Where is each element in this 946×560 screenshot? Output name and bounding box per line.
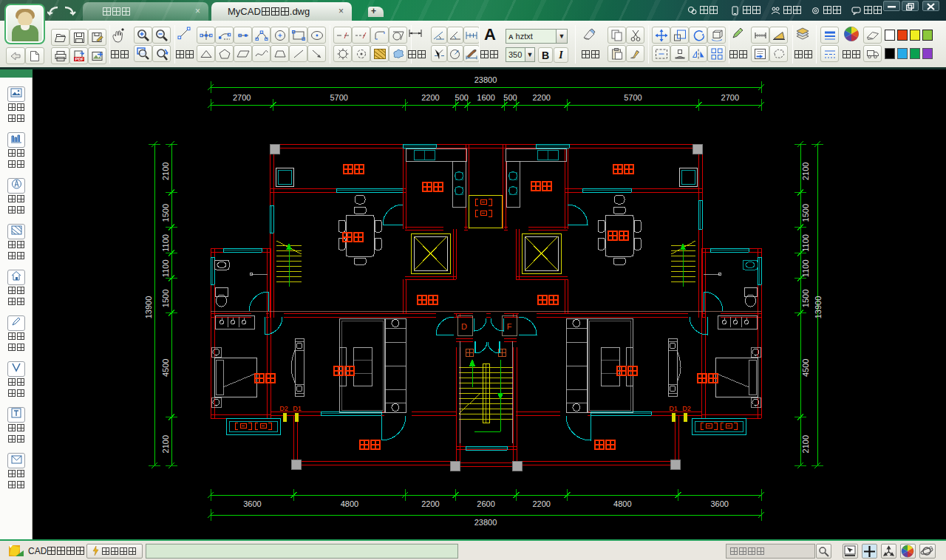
svg-text:13900: 13900 (144, 296, 153, 319)
svg-text:23800: 23800 (474, 518, 497, 527)
svg-text:1500: 1500 (801, 204, 810, 222)
svg-text:4800: 4800 (613, 499, 631, 508)
svg-text:5700: 5700 (330, 93, 348, 102)
svg-text:D2: D2 (682, 405, 691, 412)
svg-text:1500: 1500 (801, 290, 810, 307)
svg-text:500: 500 (503, 93, 517, 102)
svg-text:2200: 2200 (533, 93, 551, 102)
svg-text:D1: D1 (293, 405, 302, 412)
svg-text:4500: 4500 (161, 359, 170, 377)
svg-text:F: F (507, 322, 512, 331)
svg-text:4800: 4800 (341, 499, 358, 508)
svg-text:3600: 3600 (243, 499, 261, 508)
svg-text:3600: 3600 (710, 499, 728, 508)
svg-text:2200: 2200 (421, 499, 439, 508)
svg-text:4500: 4500 (801, 359, 810, 377)
svg-text:1500: 1500 (161, 290, 170, 307)
svg-text:1100: 1100 (801, 259, 810, 277)
svg-text:5700: 5700 (624, 93, 642, 102)
svg-text:2200: 2200 (421, 93, 439, 102)
svg-text:2200: 2200 (533, 499, 551, 508)
svg-text:D1: D1 (669, 405, 678, 412)
svg-text:1600: 1600 (477, 93, 494, 102)
svg-text:2100: 2100 (801, 163, 810, 180)
svg-text:1500: 1500 (161, 204, 170, 222)
svg-text:23800: 23800 (474, 75, 497, 84)
svg-text:2600: 2600 (477, 499, 494, 508)
svg-text:1100: 1100 (161, 234, 170, 252)
svg-text:2700: 2700 (721, 93, 739, 102)
svg-text:1100: 1100 (161, 259, 170, 277)
svg-text:500: 500 (455, 93, 469, 102)
svg-text:2700: 2700 (233, 93, 251, 102)
svg-text:2100: 2100 (161, 163, 170, 180)
svg-text:13900: 13900 (814, 296, 823, 319)
svg-text:D: D (461, 322, 467, 331)
svg-text:PDF: PDF (75, 57, 84, 61)
svg-text:1100: 1100 (801, 234, 810, 252)
svg-text:2100: 2100 (161, 435, 170, 453)
svg-text:D2: D2 (279, 405, 288, 412)
svg-text:2100: 2100 (801, 435, 810, 453)
